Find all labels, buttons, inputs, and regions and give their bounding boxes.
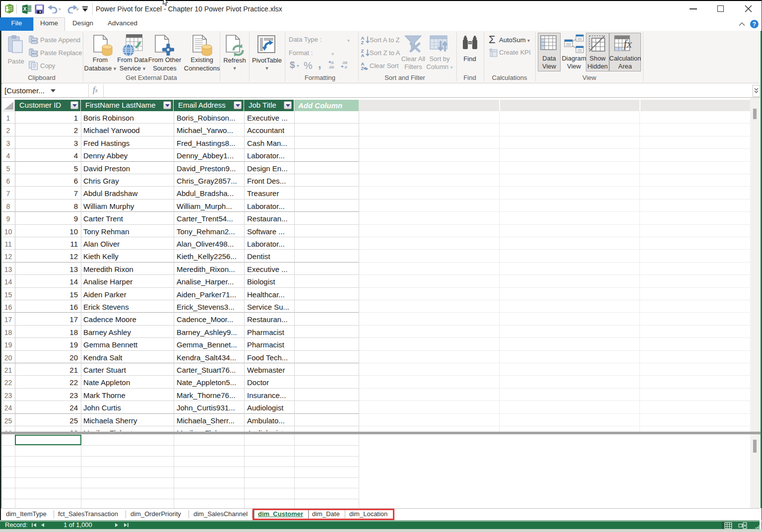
svg-text:fx: fx (624, 38, 632, 50)
svg-text:.0: .0 (344, 65, 347, 69)
svg-text:X: X (23, 6, 26, 12)
svg-text:Z: Z (361, 66, 364, 70)
svg-text:A: A (361, 53, 365, 58)
svg-text:Z: Z (361, 40, 364, 45)
svg-text:.00: .00 (328, 65, 334, 69)
